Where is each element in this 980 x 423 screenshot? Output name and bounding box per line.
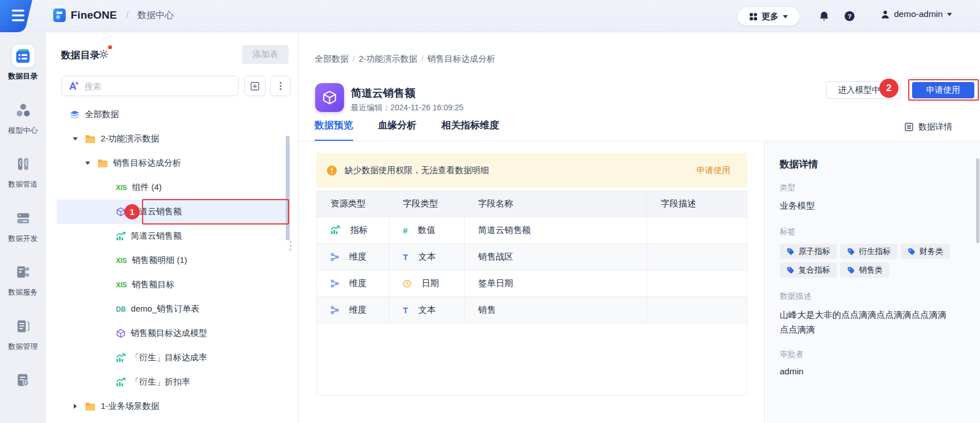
chart-tree-icon [116, 378, 126, 387]
detail-list-icon [904, 122, 914, 132]
catalog-tree: 全部数据2-功能演示数据销售目标达成分析XlS组件 (4)简道云销售额简道云销售… [46, 102, 299, 418]
tree-item[interactable]: 「衍生」目标达成率 [57, 346, 287, 370]
sidebar-item-asset[interactable] [12, 369, 35, 411]
tab-血缘分析[interactable]: 血缘分析 [378, 119, 416, 141]
sidebar-item-catalog[interactable]: 数据目录 [8, 45, 38, 87]
caret-down-icon[interactable] [72, 137, 78, 141]
db-tree-icon: DB [116, 305, 126, 313]
tree-item[interactable]: 2-功能演示数据 [57, 127, 287, 151]
catalog-icon [12, 45, 35, 67]
tree-item-label: 组件 (4) [132, 182, 162, 193]
ai-search-icon [68, 81, 80, 91]
tree-item[interactable]: 简道云销售额 [57, 224, 287, 248]
metric-icon [330, 226, 340, 235]
breadcrumb-item[interactable]: 销售目标达成分析 [427, 54, 495, 63]
fineone-logo-icon [53, 8, 66, 22]
sidebar-item-pipeline[interactable]: 数据管道 [8, 153, 38, 195]
layers-tree-icon [70, 110, 80, 119]
number-icon: # [403, 226, 407, 235]
tree-item[interactable]: XlS销售额明细 (1) [57, 248, 287, 273]
pipeline-icon [12, 153, 35, 175]
notification-dot [108, 45, 112, 49]
enter-model-center-button[interactable]: 进入模型中心 [826, 81, 901, 99]
page-scrollbar-thumb[interactable] [976, 158, 979, 243]
permission-warning-banner: 缺少数据使用权限，无法查看数据明细 申请使用 [316, 153, 747, 188]
type-value: 业务模型 [780, 200, 980, 212]
xls-tree-icon: XlS [116, 184, 127, 192]
more-actions-button[interactable] [270, 76, 291, 96]
breadcrumb-separator: / [421, 54, 423, 63]
username-label: demo-admin [894, 9, 943, 19]
apply-for-use-link[interactable]: 申请使用 [697, 165, 730, 176]
topbar-breadcrumb-section: 数据中心 [137, 10, 174, 21]
panel-resize-handle[interactable] [290, 241, 291, 251]
user-menu[interactable]: demo-admin [880, 9, 952, 19]
sidebar-item-label: 数据管理 [8, 342, 38, 352]
field-name-cell: 销售 [465, 297, 647, 323]
breadcrumb: 全部数据/2-功能演示数据/销售目标达成分析 [315, 54, 495, 64]
sidebar-item-manage[interactable]: 数据管理 [8, 315, 38, 357]
table-row[interactable]: 维度日期签单日期 [317, 270, 747, 297]
tree-item[interactable]: 全部数据 [57, 102, 287, 127]
approver-value: admin [780, 366, 980, 377]
tree-item[interactable]: 「衍生」折扣率 [57, 370, 287, 394]
tree-item[interactable]: DBdemo_销售订单表 [57, 297, 287, 321]
field-type-cell: T文本 [389, 297, 465, 323]
sidebar-item-model[interactable]: 模型中心 [8, 99, 38, 141]
tree-item[interactable]: 销售目标达成分析 [57, 151, 287, 175]
notification-bell-icon[interactable] [819, 11, 829, 21]
chevron-down-icon [947, 12, 952, 16]
tree-scrollbar-thumb[interactable] [286, 136, 290, 240]
model-icon [12, 99, 35, 122]
app-window: FineONE / 数据中心 更多 ? demo-admin [0, 0, 980, 423]
date-icon [403, 279, 411, 288]
app-logo-text: FineONE [71, 9, 117, 21]
resource-type-cell: 维度 [317, 244, 389, 270]
tag-icon [786, 248, 794, 256]
caret-right-icon[interactable] [72, 404, 78, 408]
asset-icon [12, 369, 35, 391]
warning-icon [326, 165, 337, 176]
hamburger-menu-button[interactable] [0, 0, 36, 32]
catalog-panel: 数据目录 添加表 全部数据2-功能演示数据销售目标达成分析XlS组件 (4)简道… [46, 32, 299, 423]
search-box[interactable] [61, 76, 239, 96]
sidebar-item-develop[interactable]: 数据开发 [8, 207, 38, 249]
add-table-button[interactable]: 添加表 [242, 45, 289, 64]
tree-item-selected[interactable]: 简道云销售额 [57, 200, 287, 224]
sidebar-item-label: 模型中心 [8, 126, 38, 136]
tree-item-label: 销售额明细 (1) [132, 255, 187, 266]
help-icon[interactable]: ? [844, 11, 855, 21]
table-row[interactable]: 指标#数值简道云销售额 [317, 217, 747, 244]
tree-item-label: demo_销售订单表 [131, 304, 199, 314]
breadcrumb-item[interactable]: 2-功能演示数据 [359, 54, 417, 63]
field-type-cell: T文本 [389, 244, 465, 270]
apply-for-use-button[interactable]: 申请使用 [912, 82, 974, 98]
tree-item-label: 2-功能演示数据 [101, 133, 159, 144]
sidebar-item-service[interactable]: 数据服务 [8, 261, 38, 303]
tree-item[interactable]: XlS组件 (4) [57, 175, 287, 200]
new-folder-button[interactable] [244, 76, 265, 96]
table-row[interactable]: 维度T文本销售战区 [317, 244, 747, 270]
field-desc-cell [647, 244, 747, 270]
table-row[interactable]: 维度T文本销售 [317, 297, 747, 323]
breadcrumb-item[interactable]: 全部数据 [315, 54, 349, 63]
xls-tree-icon: XlS [116, 257, 127, 265]
more-menu-label: 更多 [762, 11, 779, 22]
tab-相关指标维度[interactable]: 相关指标维度 [441, 119, 499, 141]
data-detail-toggle[interactable]: 数据详情 [904, 122, 952, 132]
more-menu-button[interactable]: 更多 [738, 7, 800, 25]
caret-down-icon[interactable] [85, 161, 91, 165]
tree-item-label: 「衍生」折扣率 [131, 377, 190, 387]
tree-item[interactable]: 销售额目标达成模型 [57, 321, 287, 346]
breadcrumb-separator: / [353, 54, 355, 63]
text-icon: T [403, 252, 408, 262]
tag-chip: 财务类 [901, 244, 950, 259]
topbar: FineONE / 数据中心 更多 ? demo-admin [0, 0, 980, 32]
tree-item[interactable]: 1-业务场景数据 [57, 394, 287, 418]
tag-chip: 原子指标 [780, 244, 837, 259]
tab-数据预览[interactable]: 数据预览 [315, 119, 353, 141]
gear-icon[interactable] [98, 49, 109, 62]
field-desc-cell [647, 270, 747, 297]
tree-item[interactable]: XlS销售额目标 [57, 273, 287, 297]
search-input[interactable] [84, 81, 238, 91]
